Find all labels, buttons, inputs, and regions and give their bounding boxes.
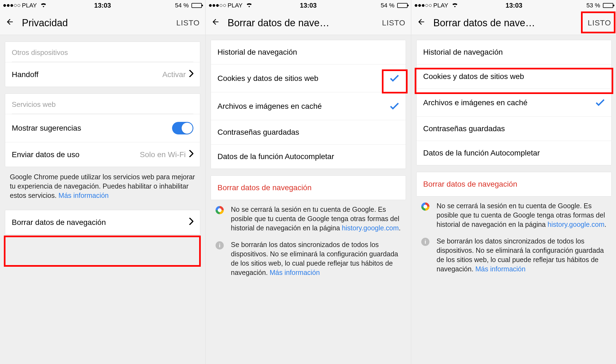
row-clear-browsing-data[interactable]: Borrar datos de navegación: [5, 210, 200, 234]
status-bar: PLAY 13:03 53 %: [411, 0, 616, 11]
check-icon: [390, 72, 399, 84]
time-label: 13:03: [300, 2, 316, 9]
battery-label: 54 %: [381, 2, 394, 9]
history-link[interactable]: history.google.com: [548, 221, 605, 228]
chevron-right-icon: [189, 70, 193, 79]
row-label: Archivos e imágenes en caché: [423, 98, 595, 107]
option-passwords[interactable]: Contraseñas guardadas: [417, 116, 611, 141]
group-data-types: Historial de navegación Cookies y datos …: [416, 40, 612, 165]
group-clear-data: Borrar datos de navegación: [5, 210, 200, 235]
info-google-account: No se cerrará la sesión en tu cuenta de …: [206, 200, 411, 235]
status-bar: PLAY 13:03 54 %: [0, 0, 205, 11]
signal-dots-icon: [3, 4, 20, 7]
battery-label: 53 %: [586, 2, 600, 9]
option-history[interactable]: Historial de navegación: [417, 40, 611, 64]
time-label: 13:03: [505, 2, 522, 9]
row-label: Contraseñas guardadas: [423, 124, 605, 133]
info-icon: i: [216, 241, 224, 249]
nav-bar: Privacidad LISTO: [0, 11, 205, 35]
battery-label: 54 %: [175, 2, 189, 9]
row-label: Cookies y datos de sitios web: [217, 74, 390, 83]
back-icon[interactable]: [211, 17, 222, 29]
time-label: 13:03: [94, 2, 111, 9]
option-history[interactable]: Historial de navegación: [211, 40, 406, 64]
option-cookies[interactable]: Cookies y datos de sitios web: [417, 64, 611, 89]
row-label: Mostrar sugerencias: [12, 124, 172, 133]
highlight-box: [4, 236, 201, 267]
status-bar: PLAY 13:03 54 %: [206, 0, 411, 11]
option-autofill[interactable]: Datos de la función Autocompletar: [417, 141, 611, 165]
more-info-link[interactable]: Más información: [59, 192, 109, 199]
battery-icon: [191, 3, 202, 8]
wifi-icon: [452, 2, 458, 9]
option-passwords[interactable]: Contraseñas guardadas: [211, 120, 406, 144]
row-label: Historial de navegación: [217, 48, 399, 57]
option-cookies[interactable]: Cookies y datos de sitios web: [211, 64, 406, 92]
group-header: Otros dispositivos: [5, 42, 200, 62]
done-button[interactable]: LISTO: [176, 19, 200, 27]
row-label: Borrar datos de navegación: [217, 183, 399, 192]
info-icon: i: [421, 238, 429, 246]
google-logo-icon: [216, 206, 224, 214]
nav-bar: Borrar datos de nave… LISTO: [411, 11, 616, 35]
clear-data-button[interactable]: Borrar datos de navegación: [211, 176, 406, 200]
row-value: Activar: [162, 70, 186, 79]
info-sync: i Se borrarán los datos sincronizados de…: [206, 235, 411, 280]
signal-dots-icon: [209, 4, 226, 7]
info-google-account: No se cerrará la sesión en tu cuenta de …: [411, 196, 616, 232]
page-title: Privacidad: [16, 17, 176, 29]
row-value: Solo en Wi-Fi: [140, 150, 186, 159]
page-title: Borrar datos de nave…: [428, 17, 588, 29]
row-label: Borrar datos de navegación: [12, 218, 189, 227]
wifi-icon: [40, 2, 47, 9]
group-web-services: Servicios web Mostrar sugerencias Enviar…: [5, 93, 200, 167]
row-label: Archivos e imágenes en caché: [217, 102, 390, 111]
nav-bar: Borrar datos de nave… LISTO: [206, 11, 411, 35]
phone-clear-data-1: PLAY 13:03 54 % Borrar datos de nave… LI…: [206, 0, 411, 364]
row-label: Handoff: [12, 70, 162, 79]
option-cache[interactable]: Archivos e imágenes en caché: [211, 92, 406, 120]
carrier-label: PLAY: [228, 2, 243, 9]
row-label: Contraseñas guardadas: [217, 128, 399, 137]
web-services-description: Google Chrome puede utilizar los servici…: [0, 167, 205, 203]
history-link[interactable]: history.google.com: [342, 224, 399, 232]
group-data-types: Historial de navegación Cookies y datos …: [211, 40, 406, 169]
row-show-suggestions[interactable]: Mostrar sugerencias: [5, 114, 200, 142]
row-handoff[interactable]: Handoff Activar: [5, 62, 200, 87]
row-label: Datos de la función Autocompletar: [423, 149, 605, 157]
back-icon[interactable]: [5, 17, 16, 29]
wifi-icon: [246, 2, 252, 9]
signal-dots-icon: [415, 4, 432, 7]
info-sync: i Se borrarán los datos sincronizados de…: [411, 232, 616, 276]
back-icon[interactable]: [417, 17, 428, 29]
chevron-right-icon: [189, 218, 193, 227]
battery-icon: [397, 3, 408, 8]
clear-data-button[interactable]: Borrar datos de navegación: [417, 172, 611, 196]
carrier-label: PLAY: [433, 2, 448, 9]
phone-clear-data-2: PLAY 13:03 53 % Borrar datos de nave… LI…: [411, 0, 616, 364]
row-label: Historial de navegación: [423, 48, 605, 57]
check-icon: [390, 100, 399, 112]
page-title: Borrar datos de nave…: [222, 17, 382, 29]
row-label: Enviar datos de uso: [12, 150, 140, 159]
row-label: Datos de la función Autocompletar: [217, 152, 399, 161]
check-icon: [595, 96, 605, 109]
group-header: Servicios web: [5, 94, 200, 114]
group-clear-action: Borrar datos de navegación: [211, 175, 406, 200]
option-autofill[interactable]: Datos de la función Autocompletar: [211, 144, 406, 169]
toggle-icon[interactable]: [172, 122, 193, 134]
done-button[interactable]: LISTO: [588, 19, 611, 27]
group-other-devices: Otros dispositivos Handoff Activar: [5, 42, 200, 87]
more-info-link[interactable]: Más información: [475, 265, 525, 273]
chevron-right-icon: [189, 150, 193, 159]
more-info-link[interactable]: Más información: [270, 269, 320, 276]
done-button[interactable]: LISTO: [382, 19, 405, 27]
carrier-label: PLAY: [22, 2, 37, 9]
group-clear-action: Borrar datos de navegación: [416, 172, 612, 196]
row-send-usage[interactable]: Enviar datos de uso Solo en Wi-Fi: [5, 142, 200, 167]
google-logo-icon: [421, 202, 429, 211]
row-label: Borrar datos de navegación: [423, 180, 605, 189]
row-label: Cookies y datos de sitios web: [423, 72, 605, 81]
phone-privacy: PLAY 13:03 54 % Privacidad LISTO Otros d…: [0, 0, 205, 364]
option-cache[interactable]: Archivos e imágenes en caché: [417, 89, 611, 116]
